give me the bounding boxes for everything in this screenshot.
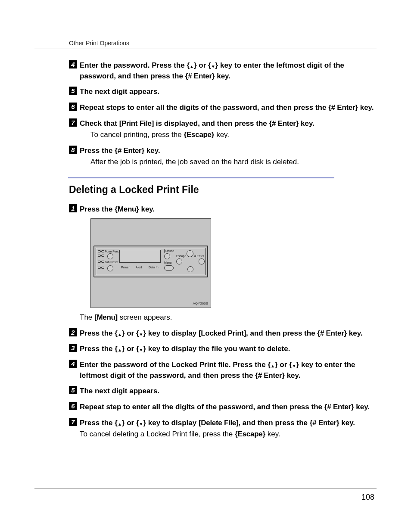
footer-rule (34, 488, 377, 489)
panel-inner-frame: Form Feed Job Reset Power Alert (96, 248, 206, 275)
text: or (278, 361, 289, 369)
online-button (164, 253, 170, 259)
form-feed-label: Form Feed (105, 249, 119, 254)
step-8: 8 Press the {# Enter} key. After the job… (69, 146, 377, 168)
text: key. (299, 119, 314, 128)
text: key. (285, 371, 301, 380)
down-arrow-icon: ▼ (139, 332, 143, 338)
text: The next digit appears. (80, 87, 159, 96)
page-content: 4 Enter the password. Press the {▲} or {… (69, 60, 377, 440)
job-reset-button (107, 265, 113, 271)
form-feed-button (107, 253, 113, 259)
text: key. (265, 430, 280, 438)
text: key. (358, 103, 374, 112)
section-heading: Deleting a Locked Print File (69, 183, 377, 197)
down-arrow-icon: ▼ (211, 64, 215, 70)
step-7: 7 Check that [Print File] is displayed, … (69, 118, 377, 140)
text: Press the (80, 205, 115, 213)
text: key to display the file you want to dele… (146, 345, 290, 353)
key-label: # Enter (327, 403, 351, 411)
text: To cancel deleting a Locked Print file, … (80, 430, 235, 438)
step-number-icon: 7 (69, 418, 77, 426)
text: key to display (146, 329, 199, 337)
text: , and then press the (246, 329, 317, 337)
down-arrow-icon: ▼ (292, 363, 296, 370)
step-number-icon: 8 (69, 146, 77, 154)
text: or (125, 419, 136, 427)
key-label: # Enter (118, 146, 142, 155)
display-label: [Print File] (119, 119, 154, 128)
step-number-icon: 4 (69, 60, 77, 68)
down-arrow-icon: ▼ (139, 347, 143, 354)
key-label: # Enter (188, 72, 212, 80)
key-label: Menu (118, 205, 136, 213)
text: or (125, 329, 136, 337)
led-icon (101, 255, 104, 257)
step-number-icon: 5 (69, 386, 77, 394)
delete-step-2: 2 Press the {▲} or {▼} key to display [L… (69, 328, 377, 339)
text: The next digit appears. (80, 387, 159, 395)
display-label: [Menu] (94, 313, 118, 321)
step-6: 6 Repeat steps to enter all the digits o… (69, 103, 377, 113)
note-text: To cancel printing, press the {Escape} k… (90, 130, 377, 140)
note-text: The [Menu] screen appears. (80, 312, 377, 323)
text: key. (339, 419, 355, 427)
note-text: After the job is printed, the job saved … (90, 157, 377, 168)
led-icon (98, 255, 101, 257)
delete-step-4: 4 Enter the password of the Locked Print… (69, 360, 377, 381)
menu-label: Menu (164, 261, 172, 265)
note-text: To cancel deleting a Locked Print file, … (80, 429, 377, 440)
step-number-icon: 6 (69, 402, 77, 410)
text: key. (347, 329, 363, 337)
key-label: Escape (238, 430, 263, 438)
up-arrow-icon: ▲ (190, 64, 194, 70)
step-number-icon: 3 (69, 344, 77, 352)
text: Repeat step to enter all the digits of t… (80, 403, 324, 411)
led-icon (98, 261, 101, 263)
step-4: 4 Enter the password. Press the {▲} or {… (69, 60, 377, 81)
section-divider (68, 177, 334, 178)
led-icon (101, 250, 104, 252)
text: key. (139, 205, 155, 213)
document-page: Other Print Operations 4 Enter the passw… (0, 0, 411, 532)
enter-button (199, 258, 205, 264)
led-icon (98, 250, 101, 252)
text: Repeat steps to enter all the digits of … (80, 103, 328, 112)
panel-frame: Form Feed Job Reset Power Alert (93, 246, 208, 277)
printer-panel-figure: Form Feed Job Reset Power Alert (90, 218, 211, 308)
text: , and then press the (238, 419, 309, 427)
lcd-screen (119, 250, 161, 263)
display-label: [Delete File] (199, 419, 238, 427)
text: Enter the password of the Locked Print f… (80, 361, 268, 369)
text: or (125, 345, 136, 353)
data-in-label: Data In (149, 265, 159, 270)
power-label: Power (121, 265, 130, 270)
page-number: 108 (361, 493, 374, 502)
text: key. (144, 146, 160, 155)
escape-button (176, 258, 182, 264)
key-label: # Enter (312, 419, 336, 427)
text: or (197, 61, 208, 69)
delete-step-3: 3 Press the {▲} or {▼} key to display th… (69, 344, 377, 355)
escape-label: Escape (176, 254, 186, 258)
key-label: # Enter (320, 329, 344, 337)
delete-step-7: 7 Press the {▲} or {▼} key to display [D… (69, 418, 377, 440)
step-number-icon: 7 (69, 118, 77, 127)
down-button (187, 266, 193, 272)
figure-code: AQY200S (193, 301, 208, 306)
online-label: ┣Online (164, 249, 174, 253)
key-label: # Enter (331, 103, 355, 112)
key-label: # Enter (272, 119, 296, 128)
heading-underline (68, 198, 283, 198)
step-number-icon: 1 (69, 204, 77, 212)
text: is displayed, and then press the (154, 119, 269, 128)
enter-label: # Enter (194, 254, 204, 258)
text: Enter the password. Press the (80, 61, 187, 69)
text: Check that (80, 119, 119, 128)
step-5: 5 The next digit appears. (69, 87, 377, 97)
led-icon (98, 267, 101, 269)
delete-step-5: 5 The next digit appears. (69, 386, 377, 397)
alert-label: Alert (136, 265, 142, 270)
down-arrow-icon: ▼ (139, 421, 143, 428)
step-number-icon: 6 (69, 103, 77, 111)
